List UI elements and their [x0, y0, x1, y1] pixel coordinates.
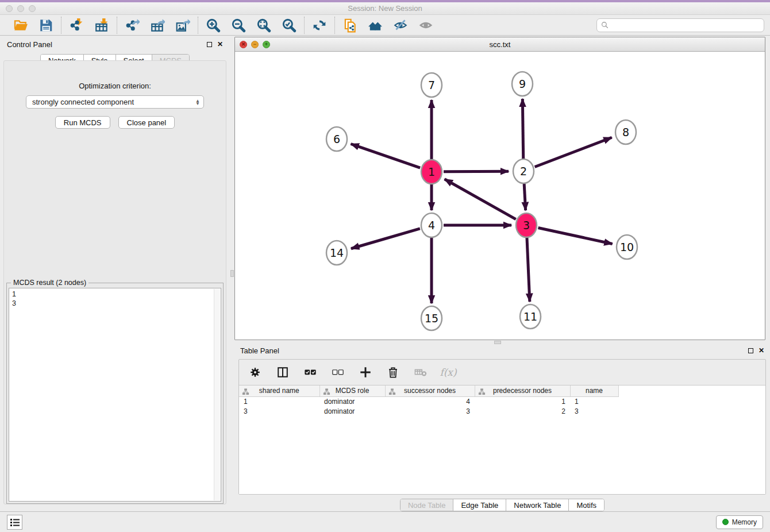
edge-2-9[interactable] — [522, 99, 523, 159]
search-field[interactable] — [596, 18, 764, 32]
float-table-panel-icon[interactable] — [748, 348, 753, 353]
float-panel-icon[interactable] — [207, 42, 212, 47]
close-table-panel-icon[interactable]: ✕ — [759, 347, 764, 354]
edge-1-6[interactable] — [351, 144, 421, 168]
node-label-7: 7 — [428, 79, 435, 91]
result-scrollbar[interactable] — [214, 289, 220, 500]
close-panel-button[interactable]: Close panel — [118, 116, 175, 129]
mcds-result-group: MCDS result (2 nodes) 13 — [6, 283, 224, 504]
column-header-predecessor-nodes[interactable]: predecessor nodes — [475, 385, 570, 396]
import-network-icon[interactable] — [68, 17, 84, 33]
cell-shared-name[interactable]: 1 — [239, 396, 319, 406]
table-row[interactable]: 3dominator323 — [239, 406, 618, 416]
export-table-icon[interactable] — [149, 17, 165, 33]
tab-node-table[interactable]: Node Table — [401, 499, 453, 511]
tab-edge-table[interactable]: Edge Table — [453, 499, 506, 511]
first-neighbors-icon[interactable] — [367, 17, 383, 33]
node-label-15: 15 — [425, 312, 438, 325]
duplicate-network-icon[interactable] — [342, 17, 358, 33]
edge-2-3[interactable] — [524, 183, 526, 210]
cell-MCDS-role[interactable]: dominator — [319, 396, 385, 406]
cell-MCDS-role[interactable]: dominator — [319, 406, 385, 416]
cell-shared-name[interactable]: 3 — [239, 406, 319, 416]
cell-name[interactable]: 3 — [570, 406, 618, 416]
edge-4-14[interactable] — [351, 229, 420, 249]
cell-successor-nodes[interactable]: 3 — [385, 406, 475, 416]
cell-name[interactable]: 1 — [570, 396, 618, 406]
node-label-14: 14 — [330, 246, 344, 259]
mcds-result-textarea[interactable]: 13 — [9, 288, 221, 502]
delete-icon[interactable] — [385, 364, 401, 380]
criterion-select[interactable]: strongly connected component ▲▼ — [26, 95, 204, 109]
function-builder-icon: f(x) — [440, 364, 456, 380]
show-all-icon[interactable] — [418, 17, 434, 33]
node-label-10: 10 — [620, 241, 634, 253]
save-session-icon[interactable] — [38, 17, 54, 33]
select-all-icon[interactable] — [302, 364, 318, 380]
column-header-successor-nodes[interactable]: successor nodes — [385, 385, 475, 396]
node-table[interactable]: shared nameMCDS rolesuccessor nodesprede… — [239, 385, 765, 494]
control-panel-title: Control Panel — [7, 40, 52, 49]
mcds-tab-content: Optimization criterion: strongly connect… — [3, 60, 226, 504]
columns-icon[interactable] — [275, 364, 291, 380]
memory-button[interactable]: Memory — [716, 515, 763, 529]
edge-3-1[interactable] — [445, 179, 516, 219]
import-table-icon[interactable] — [94, 17, 110, 33]
column-header-name[interactable]: name — [570, 385, 618, 396]
column-type-icon — [388, 388, 396, 395]
window-title: Session: New Session — [0, 4, 770, 13]
titlebar: Session: New Session — [0, 2, 770, 15]
horizontal-splitter[interactable] — [234, 340, 770, 342]
task-history-button[interactable] — [7, 515, 22, 530]
export-image-icon[interactable] — [175, 17, 191, 33]
node-label-8: 8 — [622, 126, 629, 138]
edge-3-11[interactable] — [527, 237, 530, 302]
zoom-fit-icon[interactable] — [256, 17, 272, 33]
edge-3-10[interactable] — [538, 228, 613, 244]
edge-1-2[interactable] — [444, 171, 509, 172]
mcds-result-line: 1 — [12, 290, 218, 299]
edge-2-8[interactable] — [535, 137, 612, 167]
network-frame-title: scc.txt — [235, 40, 765, 49]
column-header-shared-name[interactable]: shared name — [239, 385, 319, 396]
criterion-select-value: strongly connected component — [32, 98, 195, 106]
column-header-MCDS-role[interactable]: MCDS role — [319, 385, 385, 396]
column-type-icon — [242, 388, 249, 395]
node-label-11: 11 — [523, 310, 537, 323]
search-input[interactable] — [609, 21, 764, 29]
zoom-in-icon[interactable] — [205, 17, 221, 33]
control-panel: Control Panel ✕ NetworkStyleSelectMCDS O… — [0, 36, 230, 511]
main-toolbar — [0, 15, 770, 36]
memory-status-icon — [722, 519, 729, 525]
table-row[interactable]: 1dominator411 — [239, 396, 618, 406]
cell-predecessor-nodes[interactable]: 1 — [475, 396, 570, 406]
frame-minimize-icon[interactable]: − — [251, 41, 259, 48]
gear-icon[interactable] — [247, 364, 263, 380]
mcds-result-line: 3 — [12, 299, 218, 308]
cell-predecessor-nodes[interactable]: 2 — [475, 406, 570, 416]
vertical-splitter[interactable] — [230, 36, 234, 511]
tab-motifs[interactable]: Motifs — [568, 499, 604, 511]
zoom-out-icon[interactable] — [230, 17, 247, 33]
close-panel-icon[interactable]: ✕ — [217, 41, 223, 48]
run-mcds-button[interactable]: Run MCDS — [55, 116, 110, 129]
cell-successor-nodes[interactable]: 4 — [385, 396, 475, 406]
deselect-all-icon[interactable] — [330, 364, 346, 380]
network-canvas[interactable]: 7968124314101511 — [235, 52, 765, 340]
add-icon[interactable] — [357, 364, 374, 380]
tab-network-table[interactable]: Network Table — [506, 499, 568, 511]
network-frame-titlebar[interactable]: ✕ − + scc.txt — [235, 37, 765, 52]
frame-maximize-icon[interactable]: + — [263, 41, 270, 48]
export-network-icon[interactable] — [124, 17, 140, 33]
frame-close-icon[interactable]: ✕ — [240, 41, 247, 48]
table-panel: Table Panel ✕ f(x) shared nameMCDS roles… — [234, 342, 770, 511]
network-graph: 7968124314101511 — [235, 52, 765, 339]
node-label-3: 3 — [523, 219, 530, 232]
hide-selected-icon[interactable] — [392, 17, 409, 33]
refresh-layout-icon[interactable] — [311, 17, 328, 33]
open-file-icon[interactable] — [13, 17, 29, 33]
splitter-handle[interactable] — [230, 270, 234, 277]
zoom-selected-icon[interactable] — [281, 17, 297, 33]
splitter-handle[interactable] — [494, 341, 501, 344]
status-bar: Memory — [0, 511, 770, 532]
